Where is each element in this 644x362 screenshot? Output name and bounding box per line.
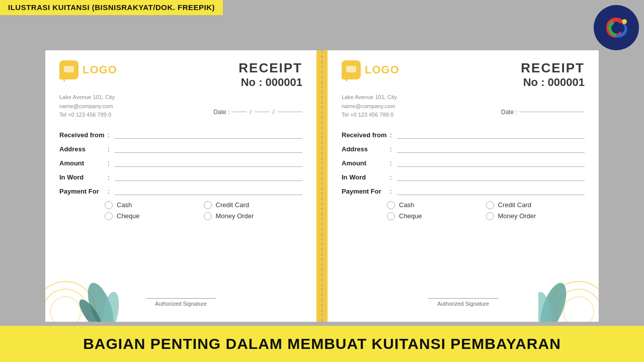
form-row-address-right: Address : — [342, 145, 585, 153]
svg-point-6 — [100, 291, 121, 322]
receipt-left-title: RECEIPT — [238, 60, 302, 76]
receipt-right-logo-area: LOGO — [342, 60, 399, 79]
svg-point-2 — [45, 282, 96, 322]
form-row-payment-for-right: Payment For : — [342, 187, 585, 195]
svg-point-10 — [556, 289, 599, 322]
radio-cash-right[interactable] — [387, 201, 395, 209]
receipt-left-logo-icon — [59, 60, 78, 79]
radio-credit-card-right[interactable] — [486, 201, 494, 209]
speech-bubble-icon-right — [346, 65, 357, 74]
svg-point-11 — [564, 297, 594, 322]
receipt-right-number: No : 000001 — [521, 76, 585, 89]
payment-options-left: Cash Credit Card Cheque Money Order — [105, 201, 302, 220]
signature-text-right: Authorized Signature — [428, 301, 499, 307]
payment-cash-left: Cash — [105, 201, 204, 209]
speech-bubble-icon — [63, 65, 74, 74]
brand-logo-icon — [601, 13, 631, 43]
receipt-left-logo-text: LOGO — [83, 63, 117, 76]
receipt-right-date: Date : — [501, 109, 585, 116]
signature-text-left: Authorized Signature — [146, 301, 216, 307]
brand-logo-circle — [594, 5, 639, 50]
receipt-left-logo-area: LOGO — [59, 60, 117, 79]
receipt-right-company-info: Lake Avenue 101, City name@company.com T… — [342, 93, 397, 120]
form-row-amount-right: Amount : — [342, 159, 585, 167]
receipt-right-title-area: RECEIPT No : 000001 — [521, 60, 585, 89]
radio-money-order-right[interactable] — [486, 212, 494, 220]
radio-cheque-right[interactable] — [387, 212, 395, 220]
payment-cheque-left: Cheque — [105, 212, 204, 220]
receipt-left-date: Date : / / — [213, 109, 302, 116]
receipt-right-logo-icon — [342, 60, 361, 79]
payment-credit-card-left: Credit Card — [204, 201, 303, 209]
svg-point-4 — [50, 297, 80, 322]
receipt-divider — [316, 50, 328, 322]
deco-circles-right — [538, 241, 599, 322]
receipt-left-number: No : 000001 — [238, 76, 302, 89]
svg-point-12 — [538, 280, 572, 322]
radio-cheque-left[interactable] — [105, 212, 113, 220]
bottom-banner: BAGIAN PENTING DALAM MEMBUAT KUITANSI PE… — [0, 326, 644, 362]
receipt-left-company-info: Lake Avenue 101, City name@company.com T… — [59, 93, 115, 120]
form-row-received-from-left: Received from : — [59, 131, 302, 139]
svg-point-9 — [548, 282, 599, 322]
payment-cash-right: Cash — [387, 201, 486, 209]
form-row-address-left: Address : — [59, 145, 302, 153]
svg-point-3 — [45, 289, 88, 322]
receipt-left: LOGO RECEIPT No : 000001 Lake Avenue 101… — [45, 50, 316, 322]
form-row-inword-left: In Word : — [59, 173, 302, 181]
payment-cheque-right: Cheque — [387, 212, 486, 220]
payment-options-right: Cash Credit Card Cheque Money Order — [387, 201, 585, 220]
form-row-inword-right: In Word : — [342, 173, 585, 181]
top-banner: ILUSTRASI KUITANSI (BISNISRAKYAT/DOK. FR… — [0, 0, 223, 15]
receipt-right: LOGO RECEIPT No : 000001 Lake Avenue 101… — [328, 50, 599, 322]
svg-rect-8 — [346, 66, 356, 72]
form-row-amount-left: Amount : — [59, 159, 302, 167]
form-row-payment-for-left: Payment For : — [59, 187, 302, 195]
receipt-left-header: LOGO RECEIPT No : 000001 — [59, 60, 302, 89]
receipt-right-header: LOGO RECEIPT No : 000001 — [342, 60, 585, 89]
payment-credit-card-right: Credit Card — [486, 201, 585, 209]
top-banner-text: ILUSTRASI KUITANSI (BISNISRAKYAT/DOK. FR… — [8, 3, 215, 12]
bottom-banner-text: BAGIAN PENTING DALAM MEMBUAT KUITANSI PE… — [83, 335, 561, 352]
signature-area-right: Authorized Signature — [428, 298, 499, 307]
radio-credit-card-left[interactable] — [204, 201, 212, 209]
svg-rect-1 — [64, 66, 74, 72]
receipt-right-logo-text: LOGO — [365, 63, 399, 76]
svg-point-5 — [83, 280, 119, 322]
svg-point-13 — [538, 291, 554, 322]
payment-money-order-left: Money Order — [204, 212, 303, 220]
receipt-left-title-area: RECEIPT No : 000001 — [238, 60, 302, 89]
radio-cash-left[interactable] — [105, 201, 113, 209]
signature-area-left: Authorized Signature — [146, 298, 216, 307]
receipt-right-title: RECEIPT — [521, 60, 585, 76]
deco-circles-left — [45, 241, 126, 322]
svg-point-0 — [622, 19, 627, 24]
payment-money-order-right: Money Order — [486, 212, 585, 220]
form-row-received-from-right: Received from : — [342, 131, 585, 139]
receipts-container: LOGO RECEIPT No : 000001 Lake Avenue 101… — [45, 50, 599, 322]
radio-money-order-left[interactable] — [204, 212, 212, 220]
svg-point-7 — [75, 296, 106, 322]
